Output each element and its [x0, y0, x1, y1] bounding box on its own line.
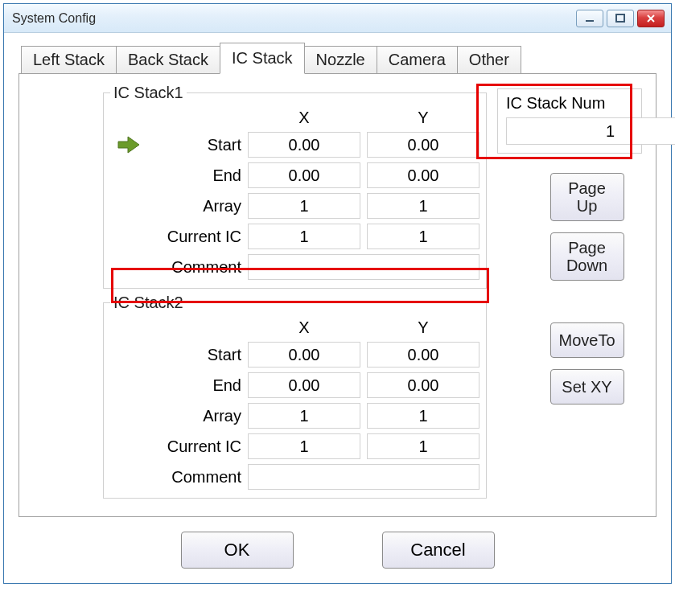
group-ic-stack2-legend: IC Stack2 — [110, 294, 187, 312]
stack2-comment[interactable] — [248, 464, 479, 490]
stack2-array-x[interactable] — [248, 403, 360, 429]
stack2-array-y[interactable] — [367, 403, 479, 429]
stack2-currentic-x[interactable] — [248, 433, 360, 459]
stack1-label-currentic: Current IC — [153, 228, 241, 246]
group-ic-stack1-legend: IC Stack1 — [110, 84, 187, 102]
tab-nozzle[interactable]: Nozzle — [304, 46, 377, 73]
stack2-header-y: Y — [367, 318, 479, 337]
window-controls — [576, 10, 665, 27]
move-to-button[interactable]: MoveTo — [550, 322, 624, 358]
window-title: System Config — [10, 11, 576, 26]
stack1-header-x: X — [248, 109, 360, 127]
set-xy-button[interactable]: Set XY — [550, 369, 624, 405]
stack1-currentic-x[interactable] — [248, 224, 360, 249]
stack1-start-y[interactable] — [367, 132, 479, 158]
titlebar: System Config — [4, 4, 671, 33]
stack1-array-y[interactable] — [367, 193, 479, 219]
tab-camera[interactable]: Camera — [377, 46, 458, 73]
tab-strip: Left Stack Back Stack IC Stack Nozzle Ca… — [21, 43, 656, 73]
stack1-end-x[interactable] — [248, 162, 360, 188]
stack1-label-start: Start — [153, 136, 241, 154]
stack1-array-x[interactable] — [248, 193, 360, 219]
stack2-label-comment: Comment — [153, 468, 241, 487]
stack2-label-end: End — [153, 376, 241, 395]
side-panel: IC Stack Num Page U — [481, 84, 644, 503]
minimize-button[interactable] — [576, 10, 603, 27]
page-down-button[interactable]: Page Down — [550, 232, 624, 281]
stack1-header-y: Y — [367, 109, 479, 127]
stack2-header-x: X — [248, 318, 360, 337]
stack2-end-y[interactable] — [367, 372, 479, 398]
stack1-end-y[interactable] — [367, 162, 479, 188]
group-ic-stack1: IC Stack1 X Y Start — [103, 84, 487, 289]
stack1-currentic-y[interactable] — [367, 224, 479, 249]
stack1-label-end: End — [153, 166, 241, 185]
current-row-arrow-icon — [110, 134, 146, 155]
system-config-window: System Config Left Stack Back Stack IC S… — [3, 3, 672, 584]
page-up-button[interactable]: Page Up — [550, 173, 624, 221]
minimize-icon — [584, 14, 595, 23]
ic-stack-num-label: IC Stack Num — [506, 94, 633, 113]
stack1-label-array: Array — [153, 197, 241, 216]
tab-page-ic-stack: IC Stack1 X Y Start — [19, 73, 656, 517]
stack1-start-x[interactable] — [248, 132, 360, 158]
stack2-currentic-y[interactable] — [367, 433, 479, 459]
svg-rect-0 — [586, 20, 594, 22]
close-icon — [645, 14, 656, 23]
stack2-label-currentic: Current IC — [153, 437, 241, 456]
maximize-icon — [615, 14, 626, 23]
stack1-label-comment: Comment — [153, 258, 241, 277]
stack1-comment[interactable] — [248, 254, 479, 280]
stack2-start-y[interactable] — [367, 342, 479, 368]
stack2-label-array: Array — [153, 407, 241, 425]
maximize-button[interactable] — [607, 10, 634, 27]
ok-button[interactable]: OK — [181, 532, 294, 569]
tab-back-stack[interactable]: Back Stack — [116, 46, 220, 73]
tab-left-stack[interactable]: Left Stack — [21, 46, 117, 73]
group-ic-stack2: IC Stack2 X Y Start End — [103, 294, 487, 499]
close-button[interactable] — [637, 10, 665, 27]
stack2-start-x[interactable] — [248, 342, 360, 368]
ic-stack-num-group: IC Stack Num — [497, 88, 642, 154]
client-area: Left Stack Back Stack IC Stack Nozzle Ca… — [4, 33, 671, 583]
stack2-label-start: Start — [153, 346, 241, 364]
ic-stack-num-input[interactable] — [506, 117, 675, 145]
stack2-end-x[interactable] — [248, 372, 360, 398]
tab-other[interactable]: Other — [457, 46, 521, 73]
svg-rect-1 — [616, 14, 624, 22]
tab-ic-stack[interactable]: IC Stack — [220, 43, 305, 74]
cancel-button[interactable]: Cancel — [382, 532, 495, 569]
dialog-buttons: OK Cancel — [19, 532, 656, 569]
